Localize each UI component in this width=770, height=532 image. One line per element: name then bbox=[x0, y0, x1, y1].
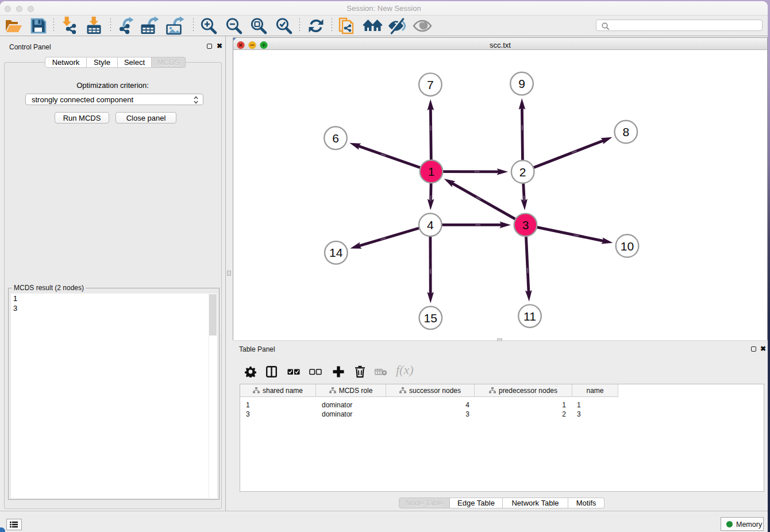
svg-text:9: 9 bbox=[518, 77, 525, 90]
svg-text:7: 7 bbox=[427, 78, 434, 91]
svg-text:2: 2 bbox=[519, 165, 526, 179]
svg-text:3: 3 bbox=[522, 218, 529, 232]
svg-text:11: 11 bbox=[523, 310, 536, 323]
svg-text:1: 1 bbox=[428, 165, 435, 178]
svg-text:15: 15 bbox=[424, 311, 437, 325]
svg-text:8: 8 bbox=[622, 125, 629, 138]
svg-text:4: 4 bbox=[427, 218, 434, 232]
svg-text:10: 10 bbox=[621, 240, 634, 253]
svg-text:6: 6 bbox=[332, 132, 339, 145]
svg-text:14: 14 bbox=[329, 246, 343, 259]
